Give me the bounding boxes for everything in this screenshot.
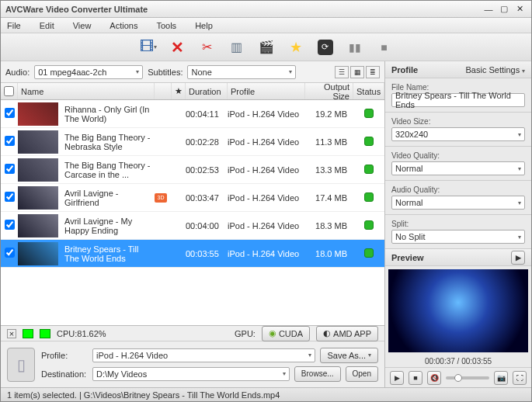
videoquality-select[interactable]: Normal▾ [391,161,525,175]
col-name[interactable]: Name [18,83,155,99]
status-ready-icon [364,248,374,258]
thumbnail [18,102,58,126]
row-name: Rihanna - Only Girl (In The World) [63,105,155,123]
stop-preview-button[interactable]: ■ [409,371,422,385]
snapshot-button[interactable]: 📷 [494,371,508,385]
col-output[interactable]: Output Size [305,83,353,99]
add-file-button[interactable]: 🎞▾ [137,36,160,58]
row-size: 18.3 MB [305,221,353,230]
fullscreen-button[interactable]: ⛶ [513,371,527,385]
close-button[interactable]: ✕ [513,4,527,15]
thumbnail [18,130,58,154]
cuda-button[interactable]: ◉CUDA [262,326,310,341]
audioquality-select[interactable]: Normal▾ [391,196,525,210]
stop-icon: ■ [381,41,387,54]
audioquality-label: Audio Quality: [391,185,525,194]
menu-file[interactable]: File [7,21,21,30]
stop-button[interactable]: ■ [373,36,396,58]
maximize-button[interactable]: ▢ [497,4,511,15]
play-button[interactable]: ▶ [390,371,404,385]
row-checkbox[interactable] [5,220,15,230]
split-label: Split: [391,220,525,228]
menu-tools[interactable]: Tools [156,21,176,30]
amd-button[interactable]: ◐AMD APP [316,326,378,341]
menu-edit[interactable]: Edit [40,21,54,30]
row-profile: iPod - H.264 Video [228,249,305,258]
menu-help[interactable]: Help [195,21,213,30]
saveas-button[interactable]: Save As...▾ [320,348,378,363]
split-select[interactable]: No Split▾ [391,230,525,244]
row-size: 17.4 MB [305,193,353,203]
profile-select[interactable]: iPod - H.264 Video▾ [92,348,315,362]
window-title: AVCWare Video Converter Ultimate [5,5,480,14]
basic-settings-toggle[interactable]: Basic Settings ▾ [466,65,525,75]
menu-view[interactable]: View [73,21,92,30]
minimize-button[interactable]: — [482,4,495,15]
row-duration: 00:03:47 [186,193,228,203]
mute-button[interactable]: 🔇 [427,371,441,385]
menu-actions[interactable]: Actions [110,21,137,30]
row-checkbox[interactable] [5,108,15,118]
subtitles-select[interactable]: None▾ [187,65,296,79]
preview-title: Preview [391,253,424,262]
row-duration: 00:02:28 [186,137,228,147]
row-profile: iPod - H.264 Video [228,109,305,119]
browse-button[interactable]: Browse... [294,366,341,382]
frames-icon: ▥ [231,40,242,54]
table-row[interactable]: Rihanna - Only Girl (In The World)00:04:… [1,100,384,128]
row-name: The Big Bang Theory - Nebraska Style [63,133,155,151]
row-duration: 00:04:00 [186,221,228,230]
close-resource-icon[interactable]: × [7,329,16,338]
table-row[interactable]: The Big Bang Theory - Carcase in the ...… [1,156,384,184]
view-grid-button[interactable]: ▦ [350,66,364,78]
table-row[interactable]: The Big Bang Theory - Nebraska Style00:0… [1,128,384,156]
film-icon: 🎞 [140,39,154,55]
row-size: 19.2 MB [305,109,353,119]
row-profile: iPod - H.264 Video [228,165,305,175]
cpu-core-2 [40,329,50,338]
delete-icon: ✕ [171,38,184,57]
table-row[interactable]: Avril Lavigne - Girlfriend3D00:03:47iPod… [1,184,384,212]
effects-button[interactable]: 🎬 [255,36,278,58]
col-status[interactable]: Status [353,83,384,99]
row-checkbox[interactable] [5,164,15,174]
row-duration: 00:04:11 [186,109,228,119]
status-ready-icon [364,220,374,230]
table-row[interactable]: Britney Spears - Till The World Ends00:0… [1,240,384,268]
row-name: Britney Spears - Till The World Ends [63,244,155,263]
audio-select[interactable]: 01 mpeg4aac-2ch▾ [34,65,143,79]
pause-button[interactable]: ▮▮ [343,36,367,58]
preview-popout-button[interactable]: ▶ [511,251,525,265]
row-checkbox[interactable] [5,248,15,258]
thumbnail [18,214,58,237]
row-checkbox[interactable] [5,192,15,202]
open-button[interactable]: Open [346,366,378,382]
row-profile: iPod - H.264 Video [228,193,305,203]
col-favorite[interactable]: ★ [172,83,186,99]
view-detail-button[interactable]: ≣ [366,66,380,78]
profile-label: Profile: [41,351,88,360]
row-size: 11.3 MB [305,137,353,147]
row-profile: iPod - H.264 Video [228,221,305,230]
volume-slider[interactable] [446,376,489,379]
cut-button[interactable]: ✂ [196,36,219,58]
videosize-select[interactable]: 320x240▾ [391,127,525,141]
col-profile[interactable]: Profile [228,83,305,99]
clip-button[interactable]: ▥ [225,36,249,58]
favorite-button[interactable]: ★ [284,36,308,58]
convert-button[interactable]: ⟳ [314,36,337,58]
profile-panel-title: Profile [391,65,418,75]
delete-button[interactable]: ✕ [166,36,190,58]
view-list-button[interactable]: ☰ [335,66,349,78]
filename-field[interactable]: Britney Spears - Till The World Ends [391,93,525,107]
destination-select[interactable]: D:\My Videos▾ [92,367,290,381]
preview-time: 00:00:37 / 00:03:55 [385,355,531,367]
table-row[interactable]: Avril Lavigne - My Happy Ending00:04:00i… [1,212,384,240]
col-duration[interactable]: Duration [186,83,228,99]
select-all-checkbox[interactable] [4,86,14,96]
preview-image [388,269,528,352]
cpu-core-1 [23,329,33,338]
device-icon: ▯ [7,348,35,382]
row-checkbox[interactable] [5,136,15,146]
thumbnail [18,186,58,210]
